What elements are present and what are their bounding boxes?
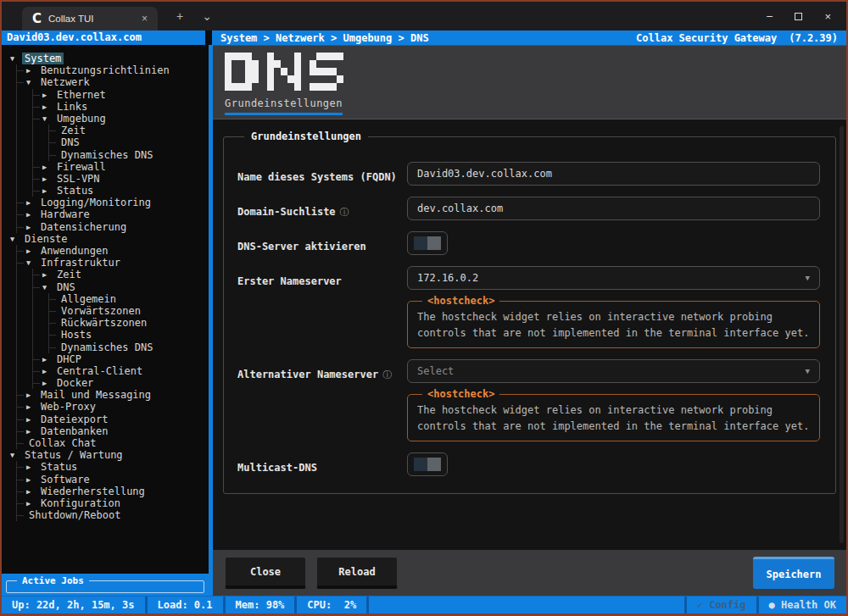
sidebar-item-datenbanken[interactable]: ▶Datenbanken [26, 425, 205, 437]
sidebar-item-zeit[interactable]: ▶Zeit [42, 269, 205, 280]
chevron-collapsed-icon[interactable]: ▶ [26, 197, 38, 208]
sidebar-item-dynamisches-dns[interactable]: Dynamisches DNS [59, 341, 205, 353]
tab-grundeinstellungen[interactable]: Grundeinstellungen [225, 97, 343, 115]
alt-nameserver-select[interactable]: Select ▼ [407, 359, 820, 383]
chevron-collapsed-icon[interactable]: ▶ [26, 389, 38, 401]
sidebar-item-mail-und-messaging[interactable]: ▶Mail und Messaging [26, 389, 205, 401]
chevron-collapsed-icon[interactable]: ▶ [42, 89, 54, 101]
toggle-knob [427, 458, 441, 471]
sidebar-item-zeit[interactable]: Zeit [59, 125, 205, 136]
sidebar-item-allgemein[interactable]: Allgemein [59, 293, 205, 305]
pixel-letter-n [267, 53, 301, 91]
sidebar-item-web-proxy[interactable]: ▶Web-Proxy [26, 401, 205, 413]
chevron-collapsed-icon[interactable]: ▶ [42, 101, 54, 113]
chevron-expanded-icon[interactable]: ▼ [42, 281, 54, 293]
sidebar-item-dynamisches-dns[interactable]: Dynamisches DNS [59, 149, 205, 161]
sidebar-item-software[interactable]: ▶Software [26, 474, 205, 486]
field-row-alt-nameserver: Alternativer Nameserverⓘ Select ▼ <hostc… [237, 359, 822, 441]
chevron-collapsed-icon[interactable]: ▶ [26, 425, 38, 437]
sidebar-item-r-ckw-rtszonen[interactable]: Rückwärtszonen [59, 317, 205, 329]
chevron-collapsed-icon[interactable]: ▶ [42, 161, 54, 173]
field-row-dns-server: DNS-Server aktivieren [237, 231, 822, 255]
form-area: Grundeinstellungen Name dieses Systems (… [213, 119, 846, 550]
sidebar-item-wiederherstellung[interactable]: ▶Wiederherstellung [26, 486, 205, 497]
sidebar-item-status[interactable]: ▶Status [26, 461, 205, 473]
sidebar-item-dateiexport[interactable]: ▶Dateiexport [26, 413, 205, 425]
sidebar-item-logging-monitoring[interactable]: ▶Logging/Monitoring [26, 197, 205, 208]
sidebar-item-label: Shutdown/Reboot [26, 509, 123, 521]
chevron-collapsed-icon[interactable]: ▶ [42, 173, 54, 185]
sidebar-item-dns[interactable]: DNS [59, 136, 205, 148]
uptime-status: Up: 22d, 2h, 15m, 3s [2, 597, 148, 613]
sidebar-item-dns[interactable]: ▼DNS [42, 281, 205, 293]
chevron-collapsed-icon[interactable]: ▶ [42, 269, 54, 280]
chevron-collapsed-icon[interactable]: ▶ [42, 365, 54, 377]
sidebar-item-shutdown-reboot[interactable]: Shutdown/Reboot [26, 509, 205, 521]
new-tab-button[interactable]: + [176, 9, 183, 23]
app-tab[interactable]: C Collax TUI × [22, 7, 158, 31]
sidebar-item-dienste[interactable]: ▼Dienste [10, 233, 205, 245]
domain-search-input[interactable]: dev.collax.com [407, 197, 820, 220]
minimize-button[interactable]: − [766, 9, 773, 23]
chevron-collapsed-icon[interactable]: ▶ [26, 486, 38, 497]
tab-close-icon[interactable]: × [142, 13, 148, 25]
sidebar-item-ethernet[interactable]: ▶Ethernet [42, 89, 205, 101]
chevron-collapsed-icon[interactable]: ▶ [42, 353, 54, 365]
sidebar-item-collax-chat[interactable]: Collax Chat [26, 437, 205, 449]
primary-nameserver-select[interactable]: 172.16.0.2 ▼ [407, 266, 820, 290]
sidebar-item-status-wartung[interactable]: ▼Status / Wartung [10, 449, 205, 461]
sidebar-item-firewall[interactable]: ▶Firewall [42, 161, 205, 173]
toggle-track [414, 458, 427, 471]
chevron-collapsed-icon[interactable]: ▶ [26, 413, 38, 425]
sidebar-item-datensicherung[interactable]: ▶Datensicherung [26, 221, 205, 233]
close-button[interactable]: Close [225, 557, 306, 589]
breadcrumb: System > Netzwerk > Umgebung > DNS [220, 32, 429, 44]
dns-server-toggle[interactable] [407, 231, 448, 255]
sidebar-item-links[interactable]: ▶Links [42, 101, 205, 113]
chevron-collapsed-icon[interactable]: ▶ [26, 221, 38, 233]
chevron-collapsed-icon[interactable]: ▶ [26, 461, 38, 473]
sidebar-item-netzwerk[interactable]: ▼Netzwerk [26, 76, 205, 88]
chevron-expanded-icon[interactable]: ▼ [10, 233, 22, 245]
sidebar-item-hardware[interactable]: ▶Hardware [26, 208, 205, 220]
chevron-expanded-icon[interactable]: ▼ [10, 449, 22, 461]
sidebar-item-system[interactable]: ▼System [10, 53, 205, 64]
chevron-collapsed-icon[interactable]: ▶ [26, 245, 38, 257]
sidebar-item-hosts[interactable]: Hosts [59, 329, 205, 341]
close-window-button[interactable]: × [824, 10, 831, 23]
chevron-collapsed-icon[interactable]: ▶ [26, 64, 38, 76]
sidebar-item-label: Zeit [54, 269, 84, 280]
multicast-dns-toggle[interactable] [407, 452, 448, 476]
tab-list-chevron-icon[interactable]: ⌄ [202, 9, 212, 23]
sidebar-item-konfiguration[interactable]: ▶Konfiguration [26, 497, 205, 509]
chevron-collapsed-icon[interactable]: ▶ [42, 377, 54, 389]
chevron-collapsed-icon[interactable]: ▶ [26, 401, 38, 413]
sidebar-item-anwendungen[interactable]: ▶Anwendungen [26, 245, 205, 257]
sidebar-item-infrastruktur[interactable]: ▼Infrastruktur [26, 257, 205, 269]
sidebar-item-label: Docker [54, 377, 96, 389]
mem-status: Mem: 98% [226, 597, 298, 613]
chevron-expanded-icon[interactable]: ▼ [26, 76, 38, 88]
maximize-button[interactable] [795, 13, 802, 20]
sidebar-item-label: Datenbanken [38, 425, 110, 437]
chevron-collapsed-icon[interactable]: ▶ [26, 497, 38, 509]
sidebar-item-central-client[interactable]: ▶Central-Client [42, 365, 205, 377]
chevron-expanded-icon[interactable]: ▼ [42, 113, 54, 125]
sidebar-item-umgebung[interactable]: ▼Umgebung [42, 113, 205, 125]
sidebar-item-docker[interactable]: ▶Docker [42, 377, 205, 389]
chevron-collapsed-icon[interactable]: ▶ [42, 185, 54, 197]
sidebar-item-label: Hosts [59, 329, 94, 341]
scrollbar-track[interactable] [840, 126, 844, 543]
sidebar-item-benutzungsrichtlinien[interactable]: ▶Benutzungsrichtlinien [26, 64, 205, 76]
sidebar-item-status[interactable]: ▶Status [42, 185, 205, 197]
sidebar-item-ssl-vpn[interactable]: ▶SSL-VPN [42, 173, 205, 185]
fqdn-input[interactable]: David03.dev.collax.com [407, 162, 820, 186]
chevron-expanded-icon[interactable]: ▼ [10, 53, 22, 64]
chevron-collapsed-icon[interactable]: ▶ [26, 208, 38, 220]
reload-button[interactable]: Reload [316, 557, 398, 589]
chevron-collapsed-icon[interactable]: ▶ [26, 474, 38, 486]
sidebar-item-vorw-rtszonen[interactable]: Vorwärtszonen [59, 305, 205, 317]
save-button[interactable]: Speichern [753, 557, 834, 589]
sidebar-item-dhcp[interactable]: ▶DHCP [42, 353, 205, 365]
chevron-expanded-icon[interactable]: ▼ [26, 257, 38, 269]
